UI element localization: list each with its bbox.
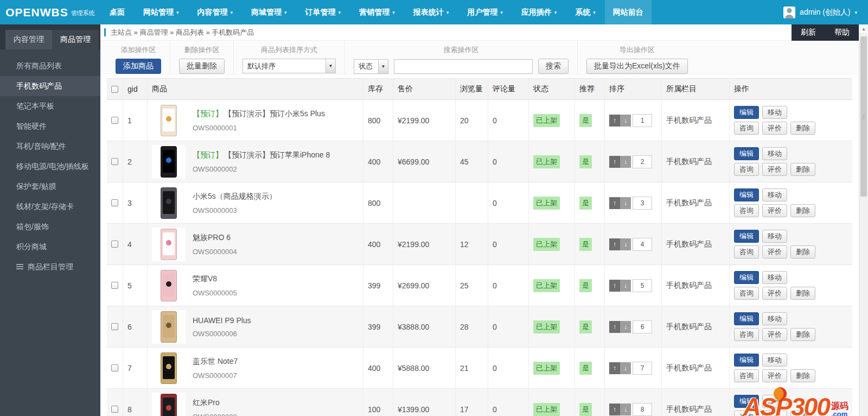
product-name[interactable]: 小米5s（商品规格演示） xyxy=(193,192,277,201)
row-checkbox[interactable] xyxy=(111,323,118,330)
delete-button[interactable]: 删除 xyxy=(790,328,815,341)
nav-item-site-front[interactable]: 网站前台 xyxy=(605,0,652,24)
move-button[interactable]: 移动 xyxy=(762,271,787,284)
consult-button[interactable]: 咨询 xyxy=(734,245,759,259)
delete-button[interactable]: 删除 xyxy=(790,245,815,259)
row-checkbox[interactable] xyxy=(111,241,118,248)
row-checkbox[interactable] xyxy=(111,406,118,413)
delete-button[interactable]: 删除 xyxy=(790,122,815,135)
user-menu[interactable]: admin (创始人) ▾ xyxy=(783,0,868,24)
breadcrumb[interactable]: 主站点 » 商品管理 » 商品列表 » 手机数码产品 xyxy=(111,28,254,37)
nav-item[interactable]: 桌面 xyxy=(100,0,134,24)
sort-down-button[interactable]: ↓ xyxy=(620,362,631,374)
product-image[interactable] xyxy=(152,228,186,261)
sort-up-button[interactable]: ↑ xyxy=(609,404,620,415)
sort-order-input[interactable]: 3 xyxy=(633,197,652,210)
sidebar-tab[interactable]: 内容管理 xyxy=(5,30,52,49)
sidebar-item[interactable]: 所有商品列表 xyxy=(0,56,100,76)
vertical-scrollbar[interactable]: ▲ xyxy=(859,24,868,416)
review-button[interactable]: 评价 xyxy=(762,163,787,176)
sort-up-button[interactable]: ↑ xyxy=(609,156,620,168)
sort-order-input[interactable]: 6 xyxy=(633,320,652,333)
nav-item[interactable]: 用户管理 ▾ xyxy=(458,0,512,24)
product-image[interactable] xyxy=(152,393,186,416)
nav-item[interactable]: 报表统计 ▾ xyxy=(404,0,458,24)
review-button[interactable]: 评价 xyxy=(762,204,787,217)
refresh-link[interactable]: 刷新 xyxy=(792,24,825,41)
sort-up-button[interactable]: ↑ xyxy=(609,280,620,292)
product-name[interactable]: 【预订演示】预订苹果iPhone 8 xyxy=(224,150,330,160)
delete-button[interactable]: 删除 xyxy=(790,369,815,382)
sort-up-button[interactable]: ↑ xyxy=(609,321,620,333)
select-all-checkbox[interactable] xyxy=(111,86,118,93)
nav-item[interactable]: 系统 ▾ xyxy=(566,0,605,24)
sidebar-item[interactable]: 耳机/音响/配件 xyxy=(0,136,100,156)
batch-delete-button[interactable]: 批量删除 xyxy=(179,59,225,74)
row-checkbox[interactable] xyxy=(111,364,118,371)
product-image[interactable] xyxy=(152,104,186,137)
sidebar-item[interactable]: 笔记本平板 xyxy=(0,96,100,116)
search-button[interactable]: 搜索 xyxy=(538,59,569,74)
consult-button[interactable]: 咨询 xyxy=(734,287,759,300)
product-image[interactable] xyxy=(152,269,186,302)
nav-item[interactable]: 应用插件 ▾ xyxy=(512,0,566,24)
sidebar-tab[interactable]: 商品管理 xyxy=(52,30,99,49)
sort-order-input[interactable]: 5 xyxy=(633,279,652,292)
move-button[interactable]: 移动 xyxy=(762,188,787,201)
sidebar-item[interactable]: 商品栏目管理 xyxy=(0,257,100,277)
add-product-button[interactable]: 添加商品 xyxy=(116,59,161,74)
delete-button[interactable]: 删除 xyxy=(790,204,815,217)
sort-order-input[interactable]: 7 xyxy=(633,362,652,375)
move-button[interactable]: 移动 xyxy=(762,354,787,367)
product-name[interactable]: 【预订演示】预订小米5s Plus xyxy=(224,109,325,119)
export-excel-button[interactable]: 批量导出为Excel(xls)文件 xyxy=(586,59,688,74)
move-button[interactable]: 移动 xyxy=(762,230,787,243)
product-name[interactable]: 魅族PRO 6 xyxy=(193,233,231,243)
edit-button[interactable]: 编辑 xyxy=(734,271,759,284)
consult-button[interactable]: 咨询 xyxy=(734,328,759,341)
move-button[interactable]: 移动 xyxy=(762,147,787,160)
sidebar-item[interactable]: 智能硬件 xyxy=(0,116,100,136)
edit-button[interactable]: 编辑 xyxy=(734,147,759,160)
product-image[interactable] xyxy=(152,186,186,220)
row-checkbox[interactable] xyxy=(111,282,118,289)
sort-up-button[interactable]: ↑ xyxy=(609,197,620,209)
sort-down-button[interactable]: ↓ xyxy=(620,115,631,127)
sort-order-input[interactable]: 8 xyxy=(633,403,652,416)
nav-item[interactable]: 营销管理 ▾ xyxy=(350,0,404,24)
edit-button[interactable]: 编辑 xyxy=(734,230,759,243)
sort-down-button[interactable]: ↓ xyxy=(620,321,631,333)
move-button[interactable]: 移动 xyxy=(762,312,787,325)
review-button[interactable]: 评价 xyxy=(762,328,787,341)
product-image[interactable] xyxy=(152,310,186,344)
move-button[interactable]: 移动 xyxy=(762,106,787,119)
sort-down-button[interactable]: ↓ xyxy=(620,404,631,415)
sidebar-item[interactable]: 线材/支架/存储卡 xyxy=(0,197,100,217)
search-input[interactable] xyxy=(394,59,533,74)
product-image[interactable] xyxy=(152,351,186,385)
scroll-up-icon[interactable]: ▲ xyxy=(859,24,868,33)
sidebar-item[interactable]: 移动电源/电池/插线板 xyxy=(0,156,100,177)
delete-button[interactable]: 删除 xyxy=(790,287,815,300)
delete-button[interactable]: 删除 xyxy=(790,163,815,176)
sort-order-input[interactable]: 1 xyxy=(633,114,652,127)
review-button[interactable]: 评价 xyxy=(762,369,787,382)
consult-button[interactable]: 咨询 xyxy=(734,122,759,135)
consult-button[interactable]: 咨询 xyxy=(734,163,759,176)
nav-item[interactable]: 内容管理 ▾ xyxy=(188,0,242,24)
product-image[interactable] xyxy=(152,145,186,179)
nav-item[interactable]: 网站管理 ▾ xyxy=(134,0,188,24)
sort-order-input[interactable]: 2 xyxy=(633,155,652,168)
nav-item[interactable]: 商城管理 ▾ xyxy=(242,0,296,24)
sort-order-input[interactable]: 4 xyxy=(633,238,652,251)
review-button[interactable]: 评价 xyxy=(762,245,787,259)
product-name[interactable]: HUAWEI P9 Plus xyxy=(193,316,251,325)
edit-button[interactable]: 编辑 xyxy=(734,106,759,119)
sort-mode-select[interactable]: 默认排序 ▼ xyxy=(242,59,336,73)
status-filter-select[interactable]: 状态 ▼ xyxy=(354,59,388,74)
sidebar-item[interactable]: 保护套/贴膜 xyxy=(0,177,100,197)
row-checkbox[interactable] xyxy=(111,199,118,206)
product-name[interactable]: 荣耀V8 xyxy=(193,274,217,284)
review-button[interactable]: 评价 xyxy=(762,287,787,300)
sort-down-button[interactable]: ↓ xyxy=(620,238,631,250)
